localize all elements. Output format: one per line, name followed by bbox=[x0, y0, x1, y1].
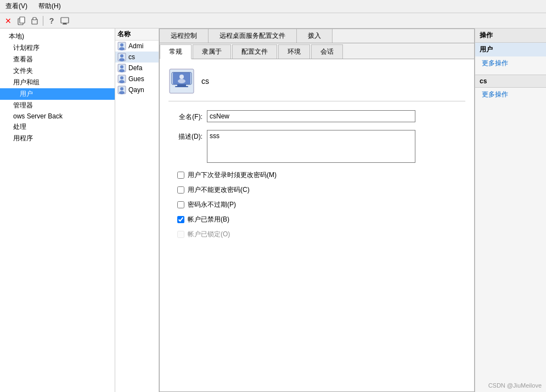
toolbar-paste-btn[interactable] bbox=[29, 15, 41, 27]
must-change-password-label: 用户下次登录时须更改密码(M) bbox=[188, 171, 277, 180]
user-icon-admi bbox=[117, 42, 126, 50]
tab-profile[interactable]: 配置文件 bbox=[232, 44, 277, 59]
svg-rect-26 bbox=[175, 86, 188, 87]
user-avatar-icon bbox=[168, 68, 195, 94]
toolbar: ✕ ? bbox=[0, 13, 546, 29]
user-name-admi: Admi bbox=[128, 42, 143, 50]
user-icon-cs bbox=[117, 53, 126, 61]
toolbar-computer-btn[interactable] bbox=[59, 15, 71, 27]
right-section-cs: cs 更多操作 bbox=[475, 70, 546, 101]
svg-rect-4 bbox=[61, 18, 69, 23]
user-list-item-qayn[interactable]: Qayn bbox=[115, 84, 159, 95]
toolbar-close-btn[interactable]: ✕ bbox=[2, 15, 14, 27]
password-never-expires-label: 密码永不过期(P) bbox=[188, 200, 236, 209]
checkbox-must-change-password: 用户下次登录时须更改密码(M) bbox=[168, 171, 465, 180]
right-panel: 操作 用户 更多操作 cs 更多操作 bbox=[475, 29, 546, 392]
menu-help[interactable]: 帮助(H) bbox=[35, 1, 64, 12]
watermark: CSDN @JiuMeilove bbox=[488, 382, 542, 389]
svg-point-20 bbox=[120, 87, 123, 90]
user-list-item-defa[interactable]: Defa bbox=[115, 63, 159, 73]
must-change-password-checkbox[interactable] bbox=[177, 172, 184, 179]
svg-point-28 bbox=[178, 79, 185, 83]
user-display-name: cs bbox=[201, 77, 209, 86]
tree-item-scheduler[interactable]: 计划程序 bbox=[0, 42, 115, 54]
tab-remote-desktop-config[interactable]: 远程桌面服务配置文件 bbox=[209, 29, 297, 43]
main-container: 本地) 计划程序 查看器 文件夹 用户和组 用户 管理器 ows Server … bbox=[0, 29, 546, 392]
svg-point-8 bbox=[120, 43, 123, 47]
tab-session[interactable]: 会话 bbox=[311, 44, 343, 59]
right-section-title: 操作 bbox=[475, 29, 546, 43]
tab-row-top: 远程控制 远程桌面服务配置文件 拨入 bbox=[160, 29, 474, 43]
right-action-more2[interactable]: 更多操作 bbox=[475, 88, 546, 101]
tree-item-folder[interactable]: 文件夹 bbox=[0, 65, 115, 77]
account-disabled-checkbox[interactable] bbox=[177, 216, 184, 223]
right-action-users[interactable]: 用户 bbox=[475, 43, 546, 56]
svg-point-15 bbox=[119, 69, 125, 72]
user-header: cs bbox=[168, 68, 465, 101]
menu-view[interactable]: 查看(V) bbox=[2, 1, 31, 12]
toolbar-help-btn[interactable]: ? bbox=[46, 15, 58, 27]
svg-point-9 bbox=[119, 47, 125, 50]
user-list-item-cs[interactable]: cs bbox=[115, 52, 159, 63]
svg-point-17 bbox=[120, 76, 123, 79]
svg-rect-1 bbox=[20, 17, 25, 23]
fullname-label: 全名(F): bbox=[168, 110, 207, 122]
tree-item-app[interactable]: 用程序 bbox=[0, 133, 115, 144]
svg-rect-25 bbox=[177, 84, 186, 86]
tab-dial-in[interactable]: 拨入 bbox=[297, 29, 333, 43]
tab-row-bottom: 常规 隶属于 配置文件 环境 会话 bbox=[160, 43, 474, 59]
fullname-input[interactable] bbox=[207, 110, 415, 122]
user-name-gues: Gues bbox=[128, 75, 144, 83]
tab-general[interactable]: 常规 bbox=[160, 44, 192, 59]
cannot-change-password-label: 用户不能更改密码(C) bbox=[188, 185, 250, 195]
toolbar-sep bbox=[43, 16, 43, 26]
right-section-actions: 操作 用户 更多操作 bbox=[475, 29, 546, 70]
toolbar-copy-btn[interactable] bbox=[15, 15, 27, 27]
svg-rect-3 bbox=[33, 18, 36, 20]
svg-point-18 bbox=[119, 80, 125, 83]
user-list-header: 名称 bbox=[115, 29, 159, 41]
svg-point-14 bbox=[120, 65, 123, 69]
account-disabled-label: 帐户已禁用(B) bbox=[188, 215, 229, 224]
user-icon-defa bbox=[117, 64, 126, 72]
user-name-qayn: Qayn bbox=[128, 86, 144, 94]
user-icon-qayn bbox=[117, 86, 126, 94]
user-icon-gues bbox=[117, 75, 126, 83]
svg-point-12 bbox=[119, 58, 125, 61]
cannot-change-password-checkbox[interactable] bbox=[177, 186, 184, 194]
user-name-cs: cs bbox=[128, 53, 135, 61]
description-label: 描述(D): bbox=[168, 130, 207, 141]
tree-item-process[interactable]: 处理 bbox=[0, 121, 115, 133]
description-input[interactable]: sss bbox=[207, 130, 415, 163]
right-section-cs-title: cs bbox=[475, 75, 546, 88]
user-list-item-gues[interactable]: Gues bbox=[115, 73, 159, 84]
tab-member-of[interactable]: 隶属于 bbox=[193, 44, 231, 59]
sidebar: 本地) 计划程序 查看器 文件夹 用户和组 用户 管理器 ows Server … bbox=[0, 29, 115, 392]
dialog-area: 远程控制 远程桌面服务配置文件 拨入 常规 隶属于 配置文件 环境 会话 bbox=[159, 29, 475, 392]
svg-point-27 bbox=[179, 75, 184, 79]
tree-item-users[interactable]: 用户 bbox=[0, 88, 115, 100]
sidebar-tree: 本地) 计划程序 查看器 文件夹 用户和组 用户 管理器 ows Server … bbox=[0, 29, 115, 392]
description-row: 描述(D): sss bbox=[168, 130, 465, 163]
checkbox-account-disabled: 帐户已禁用(B) bbox=[168, 215, 465, 224]
menu-bar: 查看(V) 帮助(H) bbox=[0, 0, 546, 13]
tree-item-manager[interactable]: 管理器 bbox=[0, 100, 115, 111]
checkbox-cannot-change-password: 用户不能更改密码(C) bbox=[168, 185, 465, 195]
tree-item-local[interactable]: 本地) bbox=[0, 31, 115, 42]
svg-point-21 bbox=[119, 91, 125, 94]
fullname-row: 全名(F): bbox=[168, 110, 465, 122]
tab-environment[interactable]: 环境 bbox=[278, 44, 310, 59]
checkbox-password-never-expires: 密码永不过期(P) bbox=[168, 200, 465, 209]
user-list-item-admi[interactable]: Admi bbox=[115, 41, 159, 52]
right-action-more1[interactable]: 更多操作 bbox=[475, 56, 546, 70]
tree-item-users-groups[interactable]: 用户和组 bbox=[0, 77, 115, 88]
user-list-panel: 名称 Admi cs Defa bbox=[115, 29, 159, 392]
checkbox-account-locked: 帐户已锁定(O) bbox=[168, 230, 465, 239]
user-avatar bbox=[168, 68, 195, 94]
tree-item-windows-server-backup[interactable]: ows Server Back bbox=[0, 111, 115, 121]
dialog-content: cs 全名(F): 描述(D): sss 用户下次登录时须更改密码(M) 用户不… bbox=[160, 59, 474, 391]
tab-remote-control[interactable]: 远程控制 bbox=[160, 29, 209, 43]
tree-item-viewer[interactable]: 查看器 bbox=[0, 54, 115, 65]
password-never-expires-checkbox[interactable] bbox=[177, 201, 184, 208]
account-locked-checkbox bbox=[177, 231, 184, 238]
